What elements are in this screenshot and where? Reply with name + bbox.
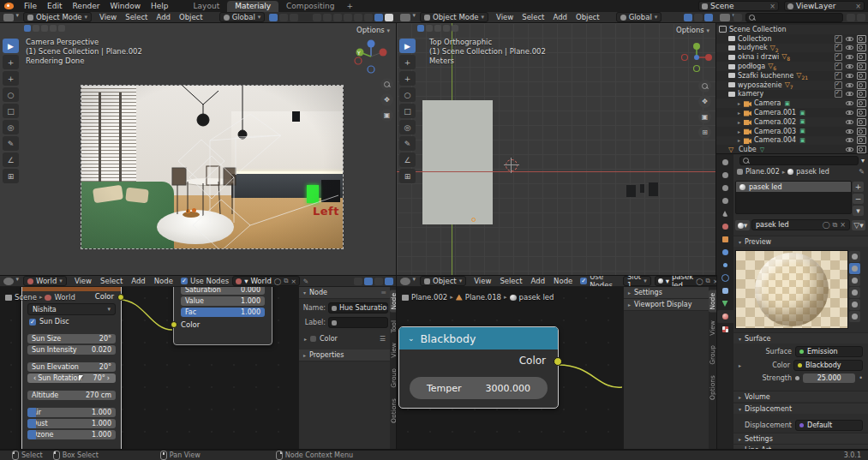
hide-in-viewport-icon[interactable] (846, 45, 853, 51)
outliner-item-camera-001[interactable]: ▸Camera.001▣ (716, 108, 868, 117)
list-icon[interactable]: ☰ (380, 335, 386, 343)
strength-slider[interactable]: 25.000 (803, 373, 855, 383)
menu-add[interactable]: Add (152, 13, 174, 21)
color-subpanel[interactable]: ▸ Color ☰ (304, 335, 386, 343)
disable-in-render-icon[interactable] (857, 146, 866, 153)
shading-material-icon[interactable] (364, 14, 373, 21)
hsv-fac-field[interactable]: Fac1.000 (181, 308, 265, 317)
preview-hair-button[interactable] (849, 287, 860, 298)
pin-icon[interactable]: ✎ (303, 278, 308, 285)
cursor-tool[interactable]: + (3, 55, 19, 69)
measure-tool[interactable]: ∠ (3, 152, 19, 167)
outliner-item-cube[interactable]: ▽Cube▽ (716, 145, 868, 154)
preview-cloth-button[interactable] (849, 299, 860, 310)
properties-tab-object-data[interactable] (716, 297, 733, 310)
preview-flat-button[interactable] (849, 251, 860, 262)
sidebar-tab-tool[interactable]: Tool (390, 318, 397, 336)
unlink-icon[interactable]: × (769, 3, 775, 10)
hide-in-viewport-icon[interactable] (846, 119, 853, 125)
filter-funnel-icon[interactable] (847, 14, 855, 21)
disable-in-render-icon[interactable] (857, 72, 866, 80)
properties-tab-output[interactable] (716, 182, 733, 194)
move-tool[interactable]: + (399, 71, 416, 86)
tweak-tool-icon[interactable] (417, 25, 424, 32)
unlink-icon[interactable]: × (291, 278, 296, 285)
panel-viewport-display[interactable]: ▸Viewport Display (624, 299, 709, 311)
sky-sun-intensity-field[interactable]: Sun Intensity0.020 (27, 345, 116, 355)
hide-in-viewport-icon[interactable] (846, 36, 853, 42)
copy-icon[interactable]: ⧉ (833, 221, 838, 230)
world-datablock-field[interactable]: ▾ World ◯ ⧉ × (232, 276, 300, 286)
use-nodes-checkbox[interactable]: ✓ Use Nodes (580, 276, 613, 287)
hide-in-viewport-icon[interactable] (846, 91, 853, 97)
outliner-item-szafki-kuchenne[interactable]: Szafki kuchenne▽21 (716, 71, 868, 81)
material-name-field[interactable]: pasek led ◯ ⧉ × (751, 219, 850, 230)
outliner-item-wyposa-enie[interactable]: wyposażenie▽7 (716, 81, 868, 90)
snap-magnet-icon[interactable] (684, 14, 692, 21)
menu-select[interactable]: Select (518, 13, 548, 21)
move-tool[interactable]: + (3, 71, 19, 86)
display-mode-icon[interactable] (733, 14, 742, 21)
rotate-tool[interactable]: ○ (3, 87, 19, 102)
sidebar-tab-view[interactable]: View (709, 318, 716, 338)
scale-tool[interactable]: □ (3, 104, 19, 118)
node-canvas[interactable]: Plane.002 ▸ Plane.018 ▸ pasek led ⌄ Blac… (397, 287, 623, 450)
menu-add[interactable]: Add (527, 277, 549, 285)
sky-type-dropdown[interactable]: Nishita ▾ (27, 303, 116, 315)
slot-specials-button[interactable]: ▾ (853, 206, 864, 216)
menu-file[interactable]: File (19, 2, 42, 10)
increment-arrow-icon[interactable]: › (107, 374, 110, 382)
menu-add[interactable]: Add (548, 13, 571, 21)
sidebar-tab-group[interactable]: Group (390, 366, 397, 391)
properties-tab-particles[interactable] (716, 259, 733, 272)
exclude-checkbox[interactable] (835, 44, 842, 51)
properties-tab-object[interactable] (716, 233, 733, 246)
menu-view[interactable]: View (70, 277, 96, 285)
outliner-item-camera[interactable]: ▸Camera▣ (716, 99, 868, 108)
cursor-tool-icon[interactable] (58, 25, 65, 32)
gizmo-toggle-icon[interactable] (313, 14, 321, 21)
snap-magnet-icon[interactable] (364, 278, 373, 285)
slot-dropdown[interactable]: Slot 1 ▾ (623, 276, 651, 286)
viewport-camera[interactable]: Options ▾ Camera Perspective (1) Scene C… (0, 23, 397, 276)
editor-type-icon[interactable] (720, 14, 730, 21)
navigation-gizmo[interactable] (679, 40, 714, 75)
editor-type-icon[interactable] (400, 14, 410, 21)
mesh-object[interactable] (640, 184, 644, 193)
parent-node-tree-icon[interactable] (354, 278, 362, 285)
fake-user-shield-icon[interactable]: ◯ (823, 221, 830, 229)
properties-tab-tool[interactable] (716, 156, 733, 169)
blackbody-node[interactable]: ⌄ Blackbody Color Temper 3000.000 (398, 326, 559, 409)
outliner-item-camera-002[interactable]: ▸Camera.002▣ (716, 117, 868, 127)
hide-in-viewport-icon[interactable] (846, 110, 853, 116)
exclude-checkbox[interactable] (835, 90, 842, 98)
lineart-section-header[interactable]: ▸Line Art (733, 444, 868, 450)
transform-tool[interactable]: ◎ (3, 120, 19, 134)
sidebar-tab-group[interactable]: Group (709, 343, 716, 367)
exclude-checkbox[interactable] (835, 53, 842, 61)
disable-in-render-icon[interactable] (857, 35, 866, 43)
shading-solid-icon[interactable] (354, 14, 362, 21)
transform-tool[interactable]: ◎ (399, 120, 416, 134)
pan-hand-icon[interactable]: ✥ (698, 95, 711, 108)
select-circle-icon[interactable] (434, 25, 441, 32)
shading-solid-icon[interactable] (704, 14, 713, 21)
properties-tab-render[interactable] (716, 169, 733, 182)
workspace-tab-layout[interactable]: Layout (186, 1, 228, 12)
hsv-saturation-field[interactable]: Saturation0.000 (181, 287, 265, 295)
disable-in-render-icon[interactable] (857, 44, 866, 51)
expand-arrow-icon[interactable]: ▸ (738, 119, 744, 125)
mesh-object[interactable] (626, 185, 636, 197)
expand-arrow-icon[interactable]: ▸ (738, 137, 744, 143)
shading-rendered-icon[interactable] (374, 14, 383, 21)
fake-user-shield-icon[interactable]: ◯ (696, 278, 703, 285)
preview-section-header[interactable]: ▾Preview (733, 236, 868, 247)
surface-shader-dropdown[interactable]: Emission (795, 346, 863, 357)
color-output-socket[interactable] (554, 357, 562, 366)
decorator-dot-icon[interactable]: • (859, 374, 863, 382)
disable-in-render-icon[interactable] (857, 109, 866, 116)
preview-fluid-button[interactable] (849, 311, 860, 322)
outliner-item-camera-004[interactable]: ▸Camera.004▣ (716, 136, 868, 146)
tweak-tool-icon[interactable] (24, 25, 31, 32)
menu-view[interactable]: View (492, 13, 518, 21)
